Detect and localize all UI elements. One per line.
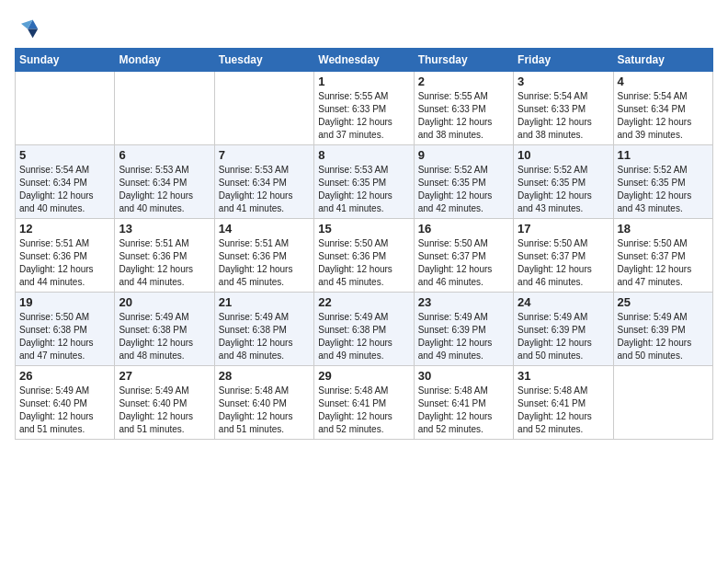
day-info: Sunrise: 5:49 AM Sunset: 6:38 PM Dayligh…: [318, 311, 409, 362]
calendar-cell: 27Sunrise: 5:49 AM Sunset: 6:40 PM Dayli…: [115, 366, 214, 440]
day-number: 19: [19, 295, 110, 309]
calendar-cell: 28Sunrise: 5:48 AM Sunset: 6:40 PM Dayli…: [214, 366, 313, 440]
logo: [15, 15, 44, 40]
weekday-header: Saturday: [613, 49, 712, 72]
day-number: 15: [318, 222, 409, 236]
calendar-cell: 23Sunrise: 5:49 AM Sunset: 6:39 PM Dayli…: [414, 293, 513, 366]
day-info: Sunrise: 5:50 AM Sunset: 6:37 PM Dayligh…: [618, 237, 709, 289]
day-info: Sunrise: 5:51 AM Sunset: 6:36 PM Dayligh…: [119, 237, 210, 289]
day-info: Sunrise: 5:49 AM Sunset: 6:38 PM Dayligh…: [119, 311, 210, 362]
weekday-header: Sunday: [16, 49, 115, 72]
calendar-week-row: 26Sunrise: 5:49 AM Sunset: 6:40 PM Dayli…: [16, 366, 713, 440]
calendar-cell: 7Sunrise: 5:53 AM Sunset: 6:34 PM Daylig…: [214, 145, 313, 219]
day-number: 13: [119, 222, 210, 236]
day-number: 1: [318, 75, 409, 88]
day-number: 8: [318, 148, 409, 162]
day-number: 28: [219, 369, 310, 383]
calendar-cell: 26Sunrise: 5:49 AM Sunset: 6:40 PM Dayli…: [16, 366, 115, 440]
calendar-cell: 22Sunrise: 5:49 AM Sunset: 6:38 PM Dayli…: [314, 293, 414, 366]
calendar-cell: 4Sunrise: 5:54 AM Sunset: 6:34 PM Daylig…: [613, 72, 712, 145]
day-number: 7: [219, 148, 310, 162]
calendar-cell: 30Sunrise: 5:48 AM Sunset: 6:41 PM Dayli…: [414, 366, 513, 440]
calendar-cell: 5Sunrise: 5:54 AM Sunset: 6:34 PM Daylig…: [16, 145, 115, 219]
day-info: Sunrise: 5:52 AM Sunset: 6:35 PM Dayligh…: [518, 164, 609, 215]
day-number: 6: [119, 148, 210, 162]
day-info: Sunrise: 5:52 AM Sunset: 6:35 PM Dayligh…: [618, 164, 709, 215]
day-number: 10: [518, 148, 609, 162]
day-info: Sunrise: 5:50 AM Sunset: 6:37 PM Dayligh…: [518, 237, 609, 289]
day-info: Sunrise: 5:52 AM Sunset: 6:35 PM Dayligh…: [418, 164, 509, 215]
day-info: Sunrise: 5:54 AM Sunset: 6:34 PM Dayligh…: [618, 90, 709, 142]
day-number: 27: [119, 369, 210, 383]
calendar-week-row: 19Sunrise: 5:50 AM Sunset: 6:38 PM Dayli…: [16, 293, 713, 366]
day-info: Sunrise: 5:49 AM Sunset: 6:39 PM Dayligh…: [518, 311, 609, 362]
day-info: Sunrise: 5:51 AM Sunset: 6:36 PM Dayligh…: [19, 237, 110, 289]
day-number: 22: [318, 295, 409, 309]
calendar-cell: [115, 72, 214, 145]
weekday-header: Wednesday: [314, 49, 414, 72]
day-number: 9: [418, 148, 509, 162]
calendar-cell: 18Sunrise: 5:50 AM Sunset: 6:37 PM Dayli…: [613, 219, 712, 293]
svg-marker-1: [28, 29, 38, 38]
day-info: Sunrise: 5:49 AM Sunset: 6:40 PM Dayligh…: [19, 385, 110, 436]
day-info: Sunrise: 5:53 AM Sunset: 6:35 PM Dayligh…: [318, 164, 409, 215]
day-info: Sunrise: 5:49 AM Sunset: 6:38 PM Dayligh…: [219, 311, 310, 362]
calendar-cell: 20Sunrise: 5:49 AM Sunset: 6:38 PM Dayli…: [115, 293, 214, 366]
day-info: Sunrise: 5:48 AM Sunset: 6:41 PM Dayligh…: [518, 385, 609, 436]
day-number: 31: [518, 369, 609, 383]
calendar-cell: [214, 72, 313, 145]
calendar-cell: 16Sunrise: 5:50 AM Sunset: 6:37 PM Dayli…: [414, 219, 513, 293]
calendar-cell: 10Sunrise: 5:52 AM Sunset: 6:35 PM Dayli…: [514, 145, 613, 219]
calendar-cell: 14Sunrise: 5:51 AM Sunset: 6:36 PM Dayli…: [214, 219, 313, 293]
calendar-cell: [16, 72, 115, 145]
day-info: Sunrise: 5:48 AM Sunset: 6:41 PM Dayligh…: [418, 385, 509, 436]
calendar-cell: 19Sunrise: 5:50 AM Sunset: 6:38 PM Dayli…: [16, 293, 115, 366]
logo-icon: [15, 15, 40, 40]
day-number: 30: [418, 369, 509, 383]
day-number: 24: [518, 295, 609, 309]
calendar-cell: 15Sunrise: 5:50 AM Sunset: 6:36 PM Dayli…: [314, 219, 414, 293]
weekday-header: Friday: [514, 49, 613, 72]
day-number: 11: [618, 148, 709, 162]
weekday-header: Monday: [115, 49, 214, 72]
day-number: 3: [518, 75, 609, 88]
day-number: 16: [418, 222, 509, 236]
day-number: 5: [19, 148, 110, 162]
day-number: 23: [418, 295, 509, 309]
calendar-table: SundayMondayTuesdayWednesdayThursdayFrid…: [15, 48, 713, 440]
calendar-cell: 13Sunrise: 5:51 AM Sunset: 6:36 PM Dayli…: [115, 219, 214, 293]
day-number: 29: [318, 369, 409, 383]
calendar-week-row: 12Sunrise: 5:51 AM Sunset: 6:36 PM Dayli…: [16, 219, 713, 293]
calendar-cell: 11Sunrise: 5:52 AM Sunset: 6:35 PM Dayli…: [613, 145, 712, 219]
day-number: 21: [219, 295, 310, 309]
day-info: Sunrise: 5:49 AM Sunset: 6:39 PM Dayligh…: [618, 311, 709, 362]
calendar-cell: 9Sunrise: 5:52 AM Sunset: 6:35 PM Daylig…: [414, 145, 513, 219]
day-info: Sunrise: 5:54 AM Sunset: 6:33 PM Dayligh…: [518, 90, 609, 142]
day-info: Sunrise: 5:50 AM Sunset: 6:37 PM Dayligh…: [418, 237, 509, 289]
calendar-cell: 17Sunrise: 5:50 AM Sunset: 6:37 PM Dayli…: [514, 219, 613, 293]
day-info: Sunrise: 5:54 AM Sunset: 6:34 PM Dayligh…: [19, 164, 110, 215]
day-number: 25: [618, 295, 709, 309]
day-info: Sunrise: 5:48 AM Sunset: 6:40 PM Dayligh…: [219, 385, 310, 436]
calendar-cell: 2Sunrise: 5:55 AM Sunset: 6:33 PM Daylig…: [414, 72, 513, 145]
day-info: Sunrise: 5:50 AM Sunset: 6:36 PM Dayligh…: [318, 237, 409, 289]
calendar-cell: [613, 366, 712, 440]
weekday-header: Thursday: [414, 49, 513, 72]
day-number: 2: [418, 75, 509, 88]
calendar-week-row: 5Sunrise: 5:54 AM Sunset: 6:34 PM Daylig…: [16, 145, 713, 219]
weekday-header-row: SundayMondayTuesdayWednesdayThursdayFrid…: [16, 49, 713, 72]
day-info: Sunrise: 5:48 AM Sunset: 6:41 PM Dayligh…: [318, 385, 409, 436]
day-number: 17: [518, 222, 609, 236]
day-number: 4: [618, 75, 709, 88]
day-info: Sunrise: 5:49 AM Sunset: 6:39 PM Dayligh…: [418, 311, 509, 362]
day-info: Sunrise: 5:53 AM Sunset: 6:34 PM Dayligh…: [219, 164, 310, 215]
day-info: Sunrise: 5:49 AM Sunset: 6:40 PM Dayligh…: [119, 385, 210, 436]
day-number: 14: [219, 222, 310, 236]
day-number: 20: [119, 295, 210, 309]
calendar-cell: 25Sunrise: 5:49 AM Sunset: 6:39 PM Dayli…: [613, 293, 712, 366]
day-number: 26: [19, 369, 110, 383]
day-info: Sunrise: 5:53 AM Sunset: 6:34 PM Dayligh…: [119, 164, 210, 215]
page-header: [15, 15, 713, 40]
calendar-cell: 8Sunrise: 5:53 AM Sunset: 6:35 PM Daylig…: [314, 145, 414, 219]
calendar-cell: 24Sunrise: 5:49 AM Sunset: 6:39 PM Dayli…: [514, 293, 613, 366]
